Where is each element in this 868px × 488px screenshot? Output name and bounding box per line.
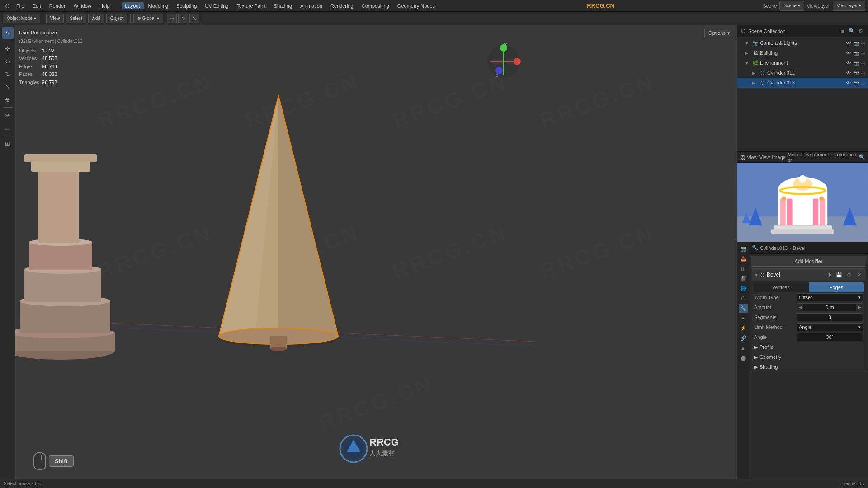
environment-eye-icon[interactable]: 👁 — [845, 60, 852, 66]
view-layer-selector[interactable]: ViewLayer ▾ — [833, 1, 865, 11]
viewport-3d[interactable]: RRCG.CN RRCG.CN RRCG.CN RRCG.CN RRCG.CN … — [15, 25, 737, 479]
amount-increase-btn[interactable]: ▶ — [856, 304, 863, 311]
svg-rect-11 — [38, 170, 79, 243]
modifier-props-icon active[interactable]: 🔧 — [739, 304, 748, 313]
outliner-item-environment[interactable]: ▼ 🌿 Environment 👁 📷 ◎ — [737, 58, 868, 68]
material-props-icon[interactable]: ⬤ — [739, 353, 748, 362]
menu-help[interactable]: Help — [96, 2, 113, 9]
cylinder-012-eye-icon[interactable]: 👁 — [845, 70, 852, 76]
tool-cursor[interactable]: ✛ — [2, 43, 14, 55]
cylinder-012-render-icon[interactable]: 📷 — [853, 70, 859, 76]
render-props-icon[interactable]: 📷 — [739, 244, 748, 253]
geometry-section-header[interactable]: ▶ Geometry — [751, 352, 866, 362]
object-mode-selector[interactable]: Object Mode ▾ — [3, 14, 40, 23]
viewport-options-button[interactable]: Options ▾ — [704, 28, 734, 38]
data-props-icon[interactable]: ▲ — [739, 343, 748, 352]
shading-section-header[interactable]: ▶ Shading — [751, 362, 866, 372]
amount-input[interactable]: ◀ 0 m ▶ — [797, 303, 863, 311]
camera-lights-render-icon[interactable]: 📷 — [853, 40, 859, 46]
cylinder-013-viewport-icon[interactable]: ◎ — [860, 80, 866, 86]
vertices-tab[interactable]: Vertices — [753, 282, 809, 292]
building-render-icon[interactable]: 📷 — [853, 50, 859, 56]
bevel-delete-icon[interactable]: ✕ — [855, 271, 863, 279]
amount-decrease-btn[interactable]: ◀ — [797, 304, 803, 311]
workspace-texture-paint[interactable]: Texture Paint — [233, 2, 269, 9]
particles-props-icon[interactable]: ✦ — [739, 314, 748, 323]
tool-select[interactable]: ↖ — [2, 27, 14, 39]
workspace-sculpting[interactable]: Sculpting — [173, 2, 200, 9]
outliner-item-building[interactable]: ▶ 🏛 Building 👁 📷 ◎ — [737, 48, 868, 58]
preview-zoom-icon[interactable]: 🔍 — [859, 154, 865, 161]
menu-file[interactable]: File — [13, 2, 28, 9]
object-props-icon[interactable]: ⬡ — [739, 294, 748, 303]
workspace-shading[interactable]: Shading — [270, 2, 296, 9]
width-type-dropdown[interactable]: Offset ▾ — [797, 293, 863, 301]
transform-move-btn[interactable]: ⇦ — [167, 14, 177, 23]
tool-measure[interactable]: ⚊ — [2, 122, 14, 134]
profile-section-header[interactable]: ▶ Profile — [751, 342, 866, 352]
cylinder-013-eye-icon[interactable]: 👁 — [845, 80, 852, 86]
angle-value: 30° — [797, 334, 863, 340]
scene-props-icon[interactable]: 🎬 — [739, 274, 748, 283]
workspace-uv-editing[interactable]: UV Editing — [201, 2, 232, 9]
transform-scale-btn[interactable]: ⤡ — [189, 14, 199, 23]
scene-selector[interactable]: Scene ▾ — [779, 1, 804, 11]
add-menu[interactable]: Add — [88, 14, 104, 23]
view-layer-props-icon[interactable]: ◫ — [739, 264, 748, 273]
transform-label: Global — [142, 16, 156, 21]
outliner-settings-icon[interactable]: ⚙ — [857, 28, 864, 35]
cylinder-012-label: Cylinder.012 — [767, 70, 844, 75]
tool-add[interactable]: ⊞ — [2, 138, 14, 150]
environment-viewport-icon[interactable]: ◎ — [860, 60, 866, 66]
edges-tab[interactable]: Edges — [809, 282, 864, 292]
outliner-panel: ⬡ Scene Collection ≡ 🔍 ⚙ ▼ 📷 Camera & Li… — [737, 25, 868, 242]
amount-row: Amount ◀ 0 m ▶ — [751, 302, 866, 312]
tool-scale[interactable]: ⤡ — [2, 81, 14, 93]
transform-dropdown-icon: ▾ — [157, 16, 159, 21]
outliner-item-camera-lights[interactable]: ▼ 📷 Camera & Lights 👁 📷 ◎ — [737, 38, 868, 48]
tool-move[interactable]: ⇦ — [2, 56, 14, 67]
object-menu[interactable]: Object — [106, 14, 127, 23]
building-label: Building — [760, 50, 844, 56]
menu-edit[interactable]: Edit — [29, 2, 45, 9]
segments-input[interactable]: 3 — [797, 313, 863, 321]
workspace-layout[interactable]: Layout — [122, 2, 144, 9]
world-props-icon[interactable]: 🌐 — [739, 284, 748, 293]
constraints-props-icon[interactable]: 🔗 — [739, 333, 748, 343]
tool-rotate[interactable]: ↻ — [2, 68, 14, 80]
cylinder-013-render-icon[interactable]: 📷 — [853, 80, 859, 86]
menu-window[interactable]: Window — [70, 2, 95, 9]
physics-props-icon[interactable]: ⚡ — [739, 324, 748, 333]
outliner-search-icon[interactable]: 🔍 — [848, 28, 855, 35]
camera-lights-viewport-icon[interactable]: ◎ — [860, 40, 866, 46]
tool-annotate[interactable]: ✏ — [2, 109, 14, 121]
workspace-geometry-nodes[interactable]: Geometry Nodes — [394, 2, 439, 9]
outliner-title: Scene Collection — [748, 28, 786, 34]
output-props-icon[interactable]: 📤 — [739, 254, 748, 263]
camera-lights-eye-icon[interactable]: 👁 — [845, 40, 852, 46]
workspace-animation[interactable]: Animation — [297, 2, 326, 9]
building-eye-icon[interactable]: 👁 — [845, 50, 852, 56]
outliner-item-cylinder-013[interactable]: ▶ ⬡ Cylinder.013 👁 📷 ◎ — [737, 78, 868, 88]
workspace-rendering[interactable]: Rendering — [327, 2, 357, 9]
outliner-item-cylinder-012[interactable]: ▶ ⬡ Cylinder.012 👁 📷 ◎ — [737, 68, 868, 78]
bevel-copy-icon[interactable]: ⊕ — [825, 271, 833, 279]
bevel-settings-icon[interactable]: ⚙ — [845, 271, 853, 279]
outliner-filter-icon[interactable]: ≡ — [839, 28, 846, 35]
limit-method-dropdown[interactable]: Angle ▾ — [797, 323, 863, 331]
workspace-compositing[interactable]: Compositing — [358, 2, 393, 9]
profile-label: Profile — [760, 344, 774, 350]
building-viewport-icon[interactable]: ◎ — [860, 50, 866, 56]
cylinder-012-viewport-icon[interactable]: ◎ — [860, 70, 866, 76]
select-menu[interactable]: Select — [66, 14, 86, 23]
environment-render-icon[interactable]: 📷 — [853, 60, 859, 66]
transform-global[interactable]: ⊕ Global ▾ — [133, 14, 163, 23]
tool-transform[interactable]: ⊕ — [2, 94, 14, 105]
workspace-modeling[interactable]: Modeling — [145, 2, 172, 9]
transform-rotate-btn[interactable]: ↻ — [178, 14, 188, 23]
add-modifier-button[interactable]: Add Modifier — [751, 256, 866, 267]
menu-render[interactable]: Render — [46, 2, 69, 9]
view-menu[interactable]: View — [46, 14, 64, 23]
bevel-save-icon[interactable]: 💾 — [835, 271, 843, 279]
angle-input[interactable]: 30° — [797, 333, 863, 341]
